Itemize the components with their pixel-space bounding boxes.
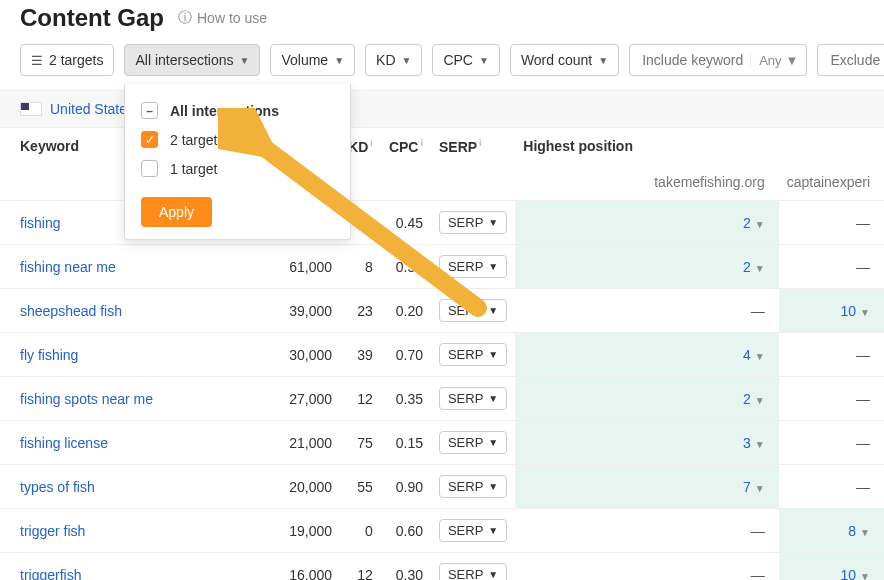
position-cell[interactable]: 2▼	[515, 245, 778, 289]
targets-filter[interactable]: ☰ 2 targets	[20, 44, 114, 76]
include-field[interactable]	[640, 51, 750, 69]
kd-cell: 12	[340, 553, 381, 581]
info-icon: i	[479, 138, 482, 148]
serp-cell: SERP ▼	[431, 421, 515, 465]
volume-cell: 39,000	[262, 289, 340, 333]
serp-cell: SERP ▼	[431, 245, 515, 289]
volume-cell: 30,000	[262, 333, 340, 377]
keyword-cell: triggerfish	[0, 553, 262, 581]
serp-button[interactable]: SERP ▼	[439, 431, 507, 454]
position-cell[interactable]: 2▼	[515, 377, 778, 421]
position-cell: —	[779, 421, 884, 465]
table-row: fishing spots near me27,000120.35SERP ▼2…	[0, 377, 884, 421]
intersections-all-option[interactable]: – All intersections	[125, 96, 350, 125]
keyword-link[interactable]: fishing near me	[20, 259, 116, 275]
exclude-field[interactable]	[828, 51, 884, 69]
col-highest[interactable]: Highest position	[515, 128, 884, 164]
volume-cell: 61,000	[262, 245, 340, 289]
cpc-cell: 0.50	[381, 245, 431, 289]
kd-cell: 75	[340, 421, 381, 465]
col-site2[interactable]: captainexperi	[779, 164, 884, 201]
keyword-link[interactable]: fishing license	[20, 435, 108, 451]
kd-cell: 12	[340, 377, 381, 421]
how-to-use-link[interactable]: ⓘ How to use	[178, 9, 267, 27]
volume-cell: 16,000	[262, 553, 340, 581]
position-cell[interactable]: 8▼	[779, 509, 884, 553]
position-cell: —	[515, 289, 778, 333]
info-icon: i	[420, 138, 423, 148]
cpc-cell: 0.45	[381, 201, 431, 245]
cpc-cell: 0.90	[381, 465, 431, 509]
include-keyword-input[interactable]: Any ▼	[629, 44, 807, 76]
cpc-cell: 0.35	[381, 377, 431, 421]
table-row: triggerfish16,000120.30SERP ▼—10▼	[0, 553, 884, 581]
country-selector[interactable]: United State	[50, 101, 127, 117]
chevron-down-icon: ▼	[598, 55, 608, 66]
serp-button[interactable]: SERP ▼	[439, 343, 507, 366]
chevron-down-icon: ▼	[479, 55, 489, 66]
page-title: Content Gap	[20, 4, 164, 32]
serp-cell: SERP ▼	[431, 553, 515, 581]
position-cell: —	[779, 245, 884, 289]
keyword-link[interactable]: fishing spots near me	[20, 391, 153, 407]
serp-button[interactable]: SERP ▼	[439, 255, 507, 278]
kd-cell: 39	[340, 333, 381, 377]
keyword-link[interactable]: fishing	[20, 215, 60, 231]
col-cpc[interactable]: CPCi	[381, 128, 431, 201]
position-cell: —	[779, 333, 884, 377]
intersections-1target-option[interactable]: 1 target	[125, 154, 350, 183]
intersections-dropdown: – All intersections ✓ 2 targets 1 target…	[124, 84, 351, 240]
us-flag-icon	[20, 102, 42, 116]
position-cell[interactable]: 10▼	[779, 289, 884, 333]
cpc-cell: 0.60	[381, 509, 431, 553]
intersections-2targets-option[interactable]: ✓ 2 targets	[125, 125, 350, 154]
serp-cell: SERP ▼	[431, 465, 515, 509]
col-site1[interactable]: takemefishing.org	[515, 164, 778, 201]
volume-cell: 21,000	[262, 421, 340, 465]
keyword-link[interactable]: triggerfish	[20, 567, 81, 581]
cpc-cell: 0.15	[381, 421, 431, 465]
info-icon: i	[370, 138, 373, 148]
serp-button[interactable]: SERP ▼	[439, 475, 507, 498]
position-cell[interactable]: 3▼	[515, 421, 778, 465]
wordcount-filter[interactable]: Word count ▼	[510, 44, 619, 76]
keyword-cell: fishing near me	[0, 245, 262, 289]
serp-button[interactable]: SERP ▼	[439, 519, 507, 542]
keyword-cell: fly fishing	[0, 333, 262, 377]
position-cell[interactable]: 10▼	[779, 553, 884, 581]
keyword-link[interactable]: fly fishing	[20, 347, 78, 363]
cpc-filter[interactable]: CPC ▼	[432, 44, 499, 76]
serp-button[interactable]: SERP ▼	[439, 299, 507, 322]
chevron-down-icon: ▼	[402, 55, 412, 66]
serp-button[interactable]: SERP ▼	[439, 563, 507, 580]
serp-cell: SERP ▼	[431, 377, 515, 421]
intersections-filter[interactable]: All intersections ▼	[124, 44, 260, 76]
serp-cell: SERP ▼	[431, 289, 515, 333]
checkbox-unchecked-icon	[141, 160, 158, 177]
keyword-link[interactable]: sheepshead fish	[20, 303, 122, 319]
kd-filter[interactable]: KD ▼	[365, 44, 422, 76]
sliders-icon: ☰	[31, 53, 43, 68]
apply-button[interactable]: Apply	[141, 197, 212, 227]
keyword-link[interactable]: types of fish	[20, 479, 95, 495]
kd-cell: 0	[340, 509, 381, 553]
col-serp[interactable]: SERPi	[431, 128, 515, 201]
position-cell: —	[515, 553, 778, 581]
serp-cell: SERP ▼	[431, 509, 515, 553]
include-match-mode[interactable]: Any ▼	[750, 53, 806, 68]
exclude-keyword-input[interactable]	[817, 44, 884, 76]
position-cell[interactable]: 4▼	[515, 333, 778, 377]
serp-button[interactable]: SERP ▼	[439, 387, 507, 410]
keyword-cell: fishing spots near me	[0, 377, 262, 421]
position-cell: —	[779, 465, 884, 509]
serp-button[interactable]: SERP ▼	[439, 211, 507, 234]
position-cell[interactable]: 2▼	[515, 201, 778, 245]
position-cell[interactable]: 7▼	[515, 465, 778, 509]
table-row: trigger fish19,00000.60SERP ▼—8▼	[0, 509, 884, 553]
keyword-cell: trigger fish	[0, 509, 262, 553]
volume-cell: 20,000	[262, 465, 340, 509]
volume-filter[interactable]: Volume ▼	[270, 44, 355, 76]
checkbox-indeterminate-icon: –	[141, 102, 158, 119]
keyword-link[interactable]: trigger fish	[20, 523, 85, 539]
kd-cell: 55	[340, 465, 381, 509]
